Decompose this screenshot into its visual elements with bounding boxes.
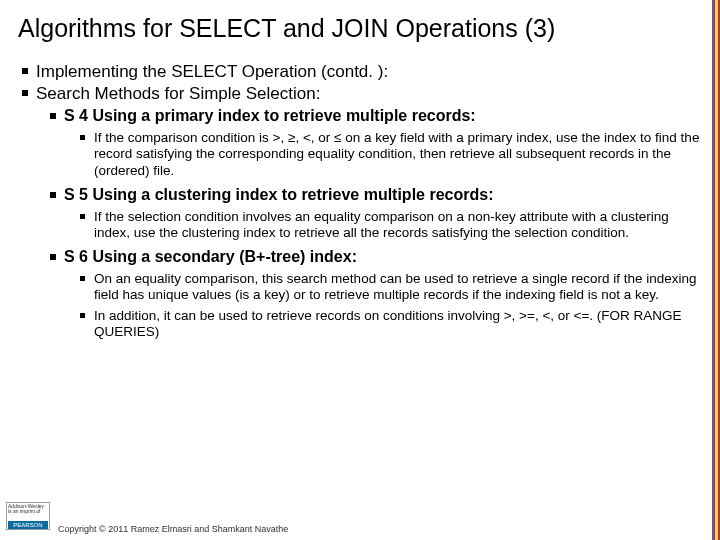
bullet-search-methods: Search Methods for Simple Selection: S 4…: [36, 83, 702, 340]
bullet-s4: S 4 Using a primary index to retrieve mu…: [64, 106, 702, 179]
bullet-s5: S 5 Using a clustering index to retrieve…: [64, 185, 702, 241]
bullet-list-level2: S 4 Using a primary index to retrieve mu…: [36, 106, 702, 340]
bullet-s4-detail: If the comparison condition is >, ≥, <, …: [94, 130, 702, 179]
slide-content: Algorithms for SELECT and JOIN Operation…: [0, 0, 720, 340]
bullet-list-s5-sub: If the selection condition involves an e…: [64, 209, 702, 241]
decorative-edge: [712, 0, 720, 540]
bullet-list-s4-sub: If the comparison condition is >, ≥, <, …: [64, 130, 702, 179]
bullet-s6: S 6 Using a secondary (B+-tree) index: O…: [64, 247, 702, 340]
slide-title: Algorithms for SELECT and JOIN Operation…: [18, 14, 702, 43]
publisher-sub: is an imprint of: [8, 509, 48, 514]
bullet-implementing: Implementing the SELECT Operation (contd…: [36, 61, 702, 82]
bullet-s5-title: S 5 Using a clustering index to retrieve…: [64, 186, 493, 203]
bullet-list-level1: Implementing the SELECT Operation (contd…: [18, 61, 702, 340]
bullet-search-methods-text: Search Methods for Simple Selection:: [36, 84, 320, 103]
bullet-s6-detail1: On an equality comparison, this search m…: [94, 271, 702, 303]
bullet-s4-title: S 4 Using a primary index to retrieve mu…: [64, 107, 476, 124]
copyright-footer: Copyright © 2011 Ramez Elmasri and Shamk…: [0, 524, 720, 534]
bullet-s6-detail2: In addition, it can be used to retrieve …: [94, 308, 702, 340]
bullet-s5-detail: If the selection condition involves an e…: [94, 209, 702, 241]
bullet-s6-title: S 6 Using a secondary (B+-tree) index:: [64, 248, 357, 265]
bullet-list-s6-sub: On an equality comparison, this search m…: [64, 271, 702, 340]
